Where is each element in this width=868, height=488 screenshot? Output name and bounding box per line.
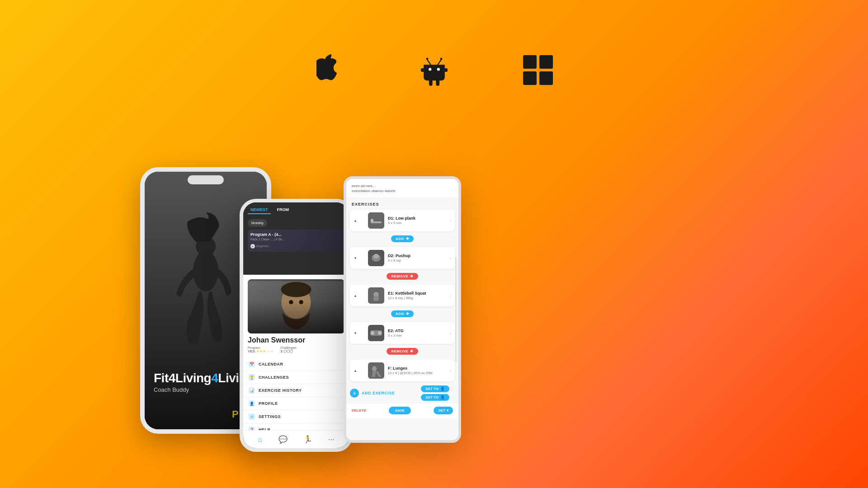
expand-e2-icon[interactable]: ▼ xyxy=(354,331,357,335)
svg-rect-19 xyxy=(368,212,384,229)
add-btn-e1[interactable]: ADD ✚ xyxy=(391,310,414,317)
svg-point-0 xyxy=(429,68,431,70)
arrow-d2: › xyxy=(450,256,451,261)
svg-rect-6 xyxy=(523,55,537,69)
exercise-history-icon: 📊 xyxy=(249,387,255,394)
svg-point-30 xyxy=(371,331,374,335)
mid-menu: 📅 CALENDAR 🏆 CHALLENGES 📊 EXERCISE HISTO… xyxy=(243,358,349,436)
scroll-indicator xyxy=(455,257,457,361)
svg-point-14 xyxy=(281,285,311,319)
profile-stats: Program: YES ★★★★★ Challenges: 3 ⬡⬡⬡ xyxy=(248,346,344,353)
exercise-card-1: Program A - (4... Pack 1 Clean-... | 4 S… xyxy=(248,230,344,252)
remove-btn-e2[interactable]: REMOVE ✚ xyxy=(387,348,418,355)
settings-icon: ⚙ xyxy=(249,413,255,420)
svg-rect-9 xyxy=(539,71,553,85)
home-nav-icon[interactable]: ⌂ xyxy=(258,436,263,444)
svg-point-15 xyxy=(281,282,311,297)
platform-icons-row xyxy=(314,54,554,86)
menu-item-exercise-history[interactable]: 📊 EXERCISE HISTORY xyxy=(243,384,349,397)
svg-rect-32 xyxy=(368,362,384,379)
exercise-item-d2: ▼ D2: Pushup 4 x 8 rep › xyxy=(350,247,455,269)
chat-nav-icon[interactable]: 💬 xyxy=(278,435,288,444)
exercise-info-d2: D2: Pushup 4 x 8 rep xyxy=(388,253,446,263)
exercise-item-f: ▲ F: Lunges 12 x 8 | @3030 | 85% av 55M … xyxy=(350,360,455,381)
arrow-e1: › xyxy=(450,293,451,298)
menu-item-settings[interactable]: ⚙ SETTINGS xyxy=(243,410,349,423)
app-tagline: Coach Buddy xyxy=(154,386,254,393)
menu-label-exercise-history: EXERCISE HISTORY xyxy=(259,388,302,393)
exercise-group-f: ▲ F: Lunges 12 x 8 | @3030 | 85% av 55M … xyxy=(346,360,458,381)
profile-icon: 👤 xyxy=(249,400,255,407)
expand-f-icon[interactable]: ▲ xyxy=(354,369,357,373)
mid-tabs: NEWEST FROM xyxy=(248,206,344,214)
challenges-label: Challenges: xyxy=(280,346,297,349)
exercise-group-e1: ▲ E1: Kettlebell Squat 12 x 8 rep | 30kg… xyxy=(346,285,458,321)
expand-d2-icon[interactable]: ▼ xyxy=(354,256,357,260)
challenges-icon: 🏆 xyxy=(249,374,255,380)
remove-btn-d2[interactable]: REMOVE ✚ xyxy=(387,273,418,280)
set-to-btn-1[interactable]: SET TO 👤 xyxy=(421,385,449,392)
exercise-thumb-f xyxy=(368,362,384,379)
exercise-detail-e1: 12 x 8 rep | 30kg xyxy=(388,296,446,300)
svg-point-24 xyxy=(373,254,379,258)
tab-newest[interactable]: NEWEST xyxy=(248,206,271,214)
exercises-section-header: EXERCISES xyxy=(346,198,458,208)
svg-point-33 xyxy=(372,366,377,371)
card1-sub: Pack 1 Clean-... | 4 Se... xyxy=(250,238,342,241)
tab-from[interactable]: FROM xyxy=(274,206,292,214)
desc-text-2: exercitation ullamco laboris xyxy=(352,188,453,193)
svg-point-5 xyxy=(440,58,442,60)
exercise-thumb-d1 xyxy=(368,212,384,229)
filter-mobility[interactable]: Mobility xyxy=(248,219,267,227)
menu-label-profile: PROFILE xyxy=(259,401,278,406)
svg-point-4 xyxy=(426,58,428,60)
exercise-name-e2: E2: ATG xyxy=(388,328,446,333)
save-button[interactable]: SAVE xyxy=(389,407,411,414)
add-exercise-label: ADD EXERCISE xyxy=(362,391,395,395)
profile-image xyxy=(248,279,344,333)
phone-middle-screen: NEWEST FROM Mobility Program A - (4... P… xyxy=(243,202,349,448)
expand-e1-icon[interactable]: ▲ xyxy=(354,294,357,298)
svg-line-2 xyxy=(427,60,430,65)
phone-right-screen: enim ad mini... exercitation ullamco lab… xyxy=(346,179,458,440)
exercise-name-f: F: Lunges xyxy=(388,366,446,371)
apple-icon xyxy=(314,54,346,86)
set-to-btn-2[interactable]: SET TO 👤 xyxy=(421,394,449,401)
delete-button[interactable]: DELETE xyxy=(352,408,366,413)
desc-text-1: enim ad mini... xyxy=(352,183,453,188)
svg-point-17 xyxy=(299,300,303,304)
expand-d1-icon[interactable]: ▲ xyxy=(354,219,357,223)
app-name: Fit4Living4Living xyxy=(154,371,254,385)
exercise-name-e1: E1: Kettlebell Squat xyxy=(388,291,446,296)
more-nav-icon[interactable]: ··· xyxy=(328,436,334,444)
exercise-thumb-d2 xyxy=(368,250,384,266)
menu-item-calendar[interactable]: 📅 CALENDAR xyxy=(243,358,349,371)
svg-point-31 xyxy=(378,331,382,335)
exercise-info-d1: D1: Low plank 3 x 5 min xyxy=(388,216,446,225)
svg-line-3 xyxy=(438,60,441,65)
program-label: Program: xyxy=(248,346,274,349)
activity-nav-icon[interactable]: 🏃 xyxy=(303,435,312,444)
android-icon xyxy=(418,54,450,86)
windows-icon xyxy=(522,54,554,86)
set-button[interactable]: SET ▾ xyxy=(434,407,453,414)
exercise-detail-e2: 3 x 3 min xyxy=(388,333,446,338)
menu-item-challenges[interactable]: 🏆 CHALLENGES xyxy=(243,371,349,384)
arrow-d1: › xyxy=(450,218,451,223)
exercise-group-d2: ▼ D2: Pushup 4 x 8 rep › REMOVE ✚ xyxy=(346,247,458,283)
svg-rect-8 xyxy=(523,71,537,85)
challenges-value: 3 ⬡⬡⬡ xyxy=(280,349,297,353)
exercise-name-d2: D2: Pushup xyxy=(388,253,446,258)
exercise-name-d1: D1: Low plank xyxy=(388,216,446,221)
add-btn-d1[interactable]: ADD ✚ xyxy=(391,235,414,242)
exercise-item-e1: ▲ E1: Kettlebell Squat 12 x 8 rep | 30kg… xyxy=(350,285,455,306)
arrow-f: › xyxy=(450,368,451,373)
mid-exercise-section: NEWEST FROM Mobility Program A - (4... P… xyxy=(243,202,349,275)
menu-label-settings: SETTINGS xyxy=(259,414,281,419)
exercise-detail-d2: 4 x 8 rep xyxy=(388,258,446,263)
menu-item-profile[interactable]: 👤 PROFILE xyxy=(243,397,349,410)
menu-label-calendar: CALENDAR xyxy=(259,362,283,366)
program-value: YES ★★★★★ xyxy=(248,349,274,353)
add-exercise-row[interactable]: + ADD EXERCISE xyxy=(350,389,395,398)
exercise-thumb-e2 xyxy=(368,325,384,341)
